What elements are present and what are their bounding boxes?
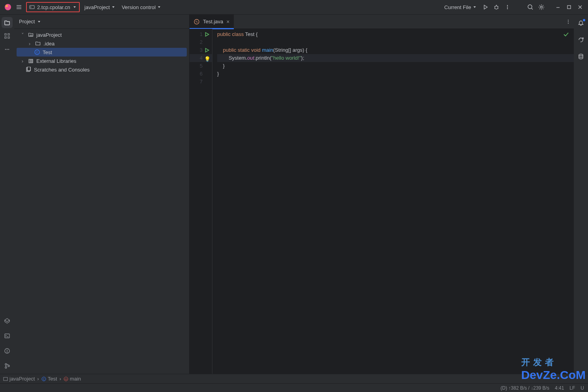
svg-point-15 — [507, 7, 508, 8]
chevron-down-icon: ˅ — [20, 32, 25, 38]
project-folder-icon — [28, 32, 34, 38]
svg-rect-38 — [30, 35, 32, 36]
svg-point-1 — [6, 5, 8, 7]
run-gutter-icon[interactable] — [204, 47, 210, 53]
cursor-position[interactable]: 4:41 — [555, 385, 564, 391]
tab-options-icon[interactable] — [563, 16, 574, 27]
build-tool-button[interactable] — [2, 315, 13, 326]
chevron-right-icon: › — [20, 58, 25, 64]
structure-tool-button[interactable] — [2, 30, 13, 41]
minimize-window-icon[interactable] — [552, 2, 564, 13]
git-tool-button[interactable] — [2, 360, 13, 371]
line-separator[interactable]: LF — [569, 385, 575, 391]
svg-point-35 — [5, 364, 7, 365]
breadcrumb-item[interactable]: javaProject — [3, 376, 35, 382]
breadcrumb-bar: javaProject › C Test › m main — [0, 374, 588, 383]
svg-text:C: C — [36, 51, 38, 54]
close-window-icon[interactable] — [575, 2, 586, 13]
main-menu-icon[interactable] — [13, 2, 24, 13]
class-file-icon: C — [34, 49, 40, 55]
ai-assistant-button[interactable] — [575, 34, 586, 45]
project-tree-scratches[interactable]: Scratches and Consoles — [17, 65, 187, 74]
scratch-icon — [25, 66, 32, 73]
project-tree-folder-idea[interactable]: › .idea — [17, 39, 187, 48]
problems-tool-button[interactable] — [2, 345, 13, 356]
svg-line-18 — [532, 8, 533, 9]
database-button[interactable] — [575, 51, 586, 62]
java-class-icon — [193, 19, 200, 25]
run-config-label: Current File — [444, 4, 471, 10]
breadcrumb-item[interactable]: m main — [64, 376, 81, 382]
project-tree-file-test[interactable]: C Test — [17, 48, 187, 57]
tree-item-label: Test — [43, 49, 52, 55]
remote-host-selector[interactable]: 2.tcp.cpolar.cn — [26, 2, 80, 12]
network-status[interactable]: (D) ↑382 B/s / ↓239 B/s — [501, 385, 549, 391]
svg-rect-42 — [30, 59, 32, 63]
inspection-ok-icon[interactable] — [563, 31, 569, 38]
svg-rect-5 — [30, 6, 34, 9]
tree-item-label: External Libraries — [36, 58, 76, 64]
svg-rect-21 — [567, 6, 571, 9]
status-bar: (D) ↑382 B/s / ↓239 B/s 4:41 LF U — [0, 383, 588, 392]
svg-point-34 — [7, 352, 8, 352]
code-body: public class Test { public static void m… — [212, 29, 574, 374]
left-tool-rail — [0, 15, 14, 374]
svg-point-29 — [7, 49, 8, 50]
intention-bulb-icon[interactable]: 💡 — [204, 55, 210, 61]
encoding[interactable]: U — [580, 385, 584, 391]
editor-tabs: Test.java × — [190, 15, 574, 29]
more-actions-icon[interactable] — [502, 2, 513, 13]
more-tools-button[interactable] — [2, 44, 13, 55]
breadcrumb-item[interactable]: C Test — [41, 376, 57, 382]
folder-icon — [35, 40, 41, 47]
tree-item-label: javaProject — [36, 32, 62, 38]
svg-line-12 — [494, 8, 495, 9]
vcs-selector[interactable]: Version control — [118, 2, 164, 13]
titlebar: 2.tcp.cpolar.cn javaProject Version cont… — [0, 0, 588, 14]
app-logo-icon[interactable] — [2, 2, 13, 13]
project-selector[interactable]: javaProject — [81, 2, 118, 13]
editor-tab-test[interactable]: Test.java × — [190, 15, 234, 29]
tree-item-label: Scratches and Consoles — [34, 67, 90, 73]
run-config-selector[interactable]: Current File — [441, 2, 480, 13]
svg-rect-25 — [8, 34, 9, 35]
breadcrumb-separator-icon: › — [37, 376, 39, 382]
right-tool-rail — [574, 15, 588, 374]
project-panel-title: Project — [19, 19, 35, 24]
project-tree-root[interactable]: ˅ javaProject — [17, 30, 187, 39]
svg-point-14 — [507, 5, 508, 6]
close-tab-icon[interactable]: × — [226, 19, 229, 25]
debug-button[interactable] — [491, 2, 502, 13]
project-tree: ˅ javaProject › .idea C Test › External … — [14, 29, 189, 374]
remote-host-label: 2.tcp.cpolar.cn — [37, 4, 70, 10]
terminal-tool-button[interactable] — [2, 330, 13, 341]
tab-label: Test.java — [203, 19, 223, 24]
svg-point-48 — [568, 19, 569, 20]
svg-point-49 — [568, 21, 569, 22]
svg-point-19 — [541, 6, 543, 8]
svg-point-36 — [5, 367, 7, 368]
editor-area: Test.java × 1 2 3 4💡 5 6 7 — [190, 15, 574, 374]
tree-item-label: .idea — [43, 41, 54, 47]
notification-dot-icon — [583, 19, 585, 21]
svg-line-10 — [494, 6, 495, 7]
run-gutter-icon[interactable] — [204, 32, 210, 37]
svg-rect-31 — [5, 334, 9, 338]
settings-icon[interactable] — [536, 2, 547, 13]
notifications-button[interactable] — [575, 18, 586, 29]
maximize-window-icon[interactable] — [564, 2, 575, 13]
run-button[interactable] — [480, 2, 491, 13]
code-editor[interactable]: 1 2 3 4💡 5 6 7 public class Test { publi… — [190, 29, 574, 374]
project-tool-button[interactable] — [2, 17, 13, 28]
svg-point-30 — [8, 49, 9, 50]
project-panel-header[interactable]: Project — [14, 15, 189, 29]
svg-rect-27 — [8, 37, 9, 38]
project-name: javaProject — [85, 4, 110, 10]
svg-rect-26 — [5, 37, 6, 38]
project-tree-external-libs[interactable]: › External Libraries — [17, 57, 187, 65]
search-icon[interactable] — [525, 2, 536, 13]
svg-point-51 — [582, 38, 584, 39]
svg-text:C: C — [43, 378, 45, 381]
svg-point-28 — [5, 49, 6, 50]
svg-line-11 — [498, 6, 498, 7]
